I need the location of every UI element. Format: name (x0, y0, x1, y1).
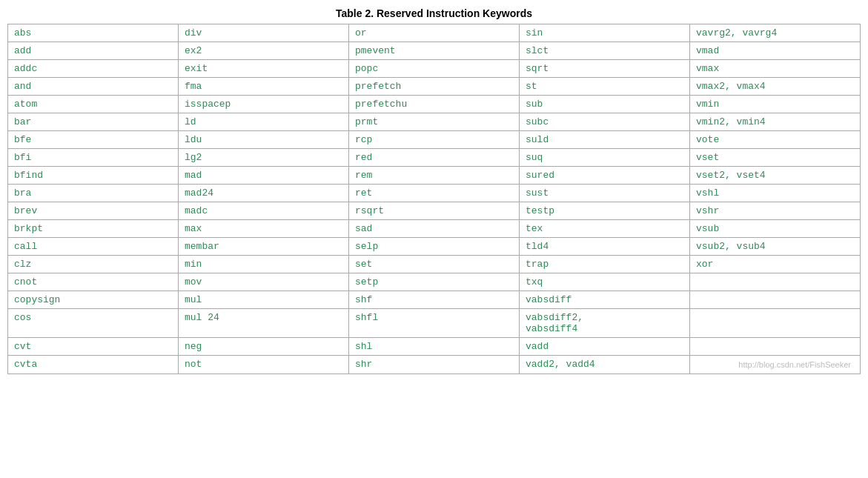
table-cell: sured (520, 167, 690, 185)
keywords-table: absdivorsinvavrg2, vavrg4addex2pmeventsl… (7, 24, 861, 374)
table-cell: http://blog.csdn.net/FishSeeker (690, 356, 861, 374)
table-cell: bra (8, 185, 179, 202)
table-cell: fma (179, 78, 349, 96)
table-row: bfindmadremsuredvset2, vset4 (8, 167, 861, 185)
table-cell: cvta (8, 356, 179, 374)
table-cell: vset (690, 149, 861, 167)
table-row: brevmadcrsqrttestpvshr (8, 202, 861, 220)
table-cell: atom (8, 96, 179, 113)
table-cell (690, 309, 861, 338)
table-cell: txq (520, 273, 690, 291)
table-cell: shl (349, 338, 520, 356)
table-cell: rsqrt (349, 202, 520, 220)
table-cell: cvt (8, 338, 179, 356)
table-cell: vadd2, vadd4 (520, 356, 690, 374)
table-cell: vavrg2, vavrg4 (690, 24, 861, 42)
table-cell: vadd (520, 338, 690, 356)
table-cell: ld (179, 113, 349, 131)
table-row: cnotmovsetptxq (8, 273, 861, 291)
table-cell: mul 24 (179, 309, 349, 338)
table-row: barldprmtsubcvmin2, vmin4 (8, 113, 861, 131)
table-cell: shr (349, 356, 520, 374)
table-cell: rem (349, 167, 520, 185)
table-cell: max (179, 220, 349, 238)
table-row: brkptmaxsadtexvsub (8, 220, 861, 238)
table-cell: vshl (690, 185, 861, 202)
table-cell: vabsdiff2,vabsdiff4 (520, 309, 690, 338)
table-cell: mad24 (179, 185, 349, 202)
table-cell: vmin2, vmin4 (690, 113, 861, 131)
table-cell: subc (520, 113, 690, 131)
table-cell: bar (8, 113, 179, 131)
table-cell: rcp (349, 131, 520, 149)
table-cell: ret (349, 185, 520, 202)
table-row: cosmul 24shflvabsdiff2,vabsdiff4 (8, 309, 861, 338)
table-row: bfilg2redsuqvset (8, 149, 861, 167)
table-cell: suld (520, 131, 690, 149)
table-cell: membar (179, 238, 349, 256)
table-cell: bfind (8, 167, 179, 185)
table-cell: selp (349, 238, 520, 256)
table-cell (690, 291, 861, 309)
table-cell: tex (520, 220, 690, 238)
table-cell: vmax (690, 60, 861, 78)
table-cell: trap (520, 256, 690, 273)
table-row: addcexitpopcsqrtvmax (8, 60, 861, 78)
table-cell: sin (520, 24, 690, 42)
table-cell: div (179, 24, 349, 42)
table-cell: slct (520, 42, 690, 60)
table-cell: neg (179, 338, 349, 356)
table-cell: vmin (690, 96, 861, 113)
table-cell: prmt (349, 113, 520, 131)
table-cell: and (8, 78, 179, 96)
table-cell: prefetchu (349, 96, 520, 113)
table-cell: sub (520, 96, 690, 113)
table-cell: ldu (179, 131, 349, 149)
table-cell: popc (349, 60, 520, 78)
table-cell: sad (349, 220, 520, 238)
table-cell: vabsdiff (520, 291, 690, 309)
table-cell: or (349, 24, 520, 42)
table-cell: shfl (349, 309, 520, 338)
table-cell: bfi (8, 149, 179, 167)
watermark: http://blog.csdn.net/FishSeeker (696, 359, 854, 371)
table-row: cvtanotshrvadd2, vadd4http://blog.csdn.n… (8, 356, 861, 374)
table-cell: mov (179, 273, 349, 291)
table-cell: vmad (690, 42, 861, 60)
table-cell: pmevent (349, 42, 520, 60)
table-cell: ex2 (179, 42, 349, 60)
table-cell: tld4 (520, 238, 690, 256)
table-cell: vsub (690, 220, 861, 238)
table-row: addex2pmeventslctvmad (8, 42, 861, 60)
table-cell: vshr (690, 202, 861, 220)
table-cell: brkpt (8, 220, 179, 238)
table-cell: set (349, 256, 520, 273)
table-cell: exit (179, 60, 349, 78)
table-cell: brev (8, 202, 179, 220)
table-row: bramad24retsustvshl (8, 185, 861, 202)
table-row: andfmaprefetchstvmax2, vmax4 (8, 78, 861, 96)
table-row: absdivorsinvavrg2, vavrg4 (8, 24, 861, 42)
table-cell: vote (690, 131, 861, 149)
table-cell: cos (8, 309, 179, 338)
table-cell: shf (349, 291, 520, 309)
table-row: copysignmulshfvabsdiff (8, 291, 861, 309)
table-cell: vset2, vset4 (690, 167, 861, 185)
table-cell: mad (179, 167, 349, 185)
table-row: bfeldurcpsuldvote (8, 131, 861, 149)
table-cell (690, 338, 861, 356)
table-title: Table 2. Reserved Instruction Keywords (7, 7, 861, 19)
table-cell: copysign (8, 291, 179, 309)
table-cell: isspacep (179, 96, 349, 113)
table-cell: add (8, 42, 179, 60)
table-cell: cnot (8, 273, 179, 291)
table-cell: not (179, 356, 349, 374)
table-cell: mul (179, 291, 349, 309)
table-cell: call (8, 238, 179, 256)
table-cell: addc (8, 60, 179, 78)
table-row: clzminsettrapxor (8, 256, 861, 273)
table-row: cvtnegshlvadd (8, 338, 861, 356)
table-cell: vmax2, vmax4 (690, 78, 861, 96)
table-cell: sust (520, 185, 690, 202)
table-cell: lg2 (179, 149, 349, 167)
